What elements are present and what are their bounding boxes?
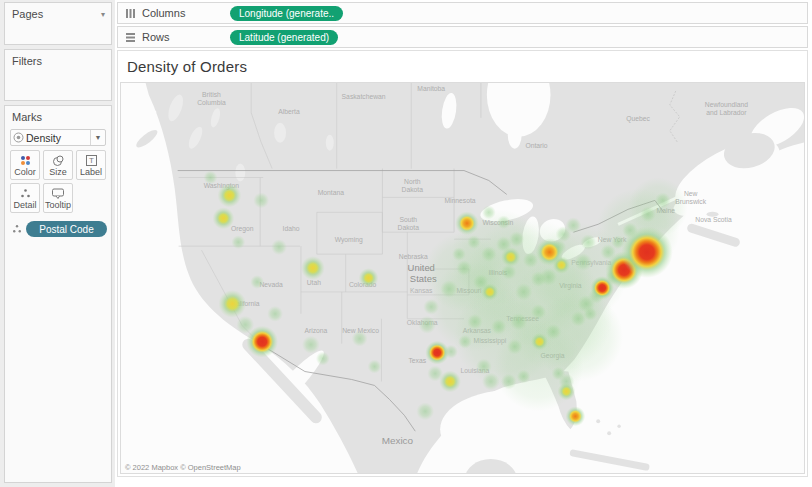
density-mark-icon	[11, 132, 25, 143]
label-button[interactable]: T Label	[76, 150, 106, 180]
map-label: Oregon	[231, 225, 254, 233]
tooltip-icon	[51, 187, 65, 200]
density-point	[481, 283, 499, 301]
density-point	[536, 238, 564, 266]
density-point	[621, 226, 673, 278]
map-label: South	[400, 216, 418, 223]
map-label: Mexico	[382, 435, 414, 446]
density-point	[574, 253, 592, 271]
density-point	[418, 316, 436, 334]
density-point	[507, 339, 523, 355]
color-button-label: Color	[14, 168, 36, 177]
sheet: Density of Orders	[117, 50, 808, 477]
rows-shelf[interactable]: Rows Latitude (generated)	[117, 26, 808, 48]
left-panel: Pages ▾ Filters Marks Density ▼ Colo	[0, 0, 115, 487]
density-point	[439, 371, 461, 393]
size-button-label: Size	[49, 168, 67, 177]
marks-label: Marks	[12, 111, 42, 123]
density-point	[467, 314, 483, 330]
filters-label: Filters	[12, 55, 42, 67]
density-point	[515, 283, 533, 301]
worksheet-area: Columns Longitude (generate.. Rows Latit…	[115, 0, 812, 487]
density-point	[655, 192, 671, 208]
density-point	[455, 211, 479, 235]
map-label: Minnesota	[444, 197, 475, 204]
density-point	[456, 260, 472, 276]
density-point	[458, 335, 472, 349]
size-button[interactable]: Size	[43, 150, 73, 180]
map-label: Nova Scotia	[695, 216, 732, 223]
density-point	[481, 246, 497, 262]
longitude-pill[interactable]: Longitude (generate..	[230, 6, 343, 21]
postal-code-pill[interactable]: Postal Code	[26, 221, 107, 237]
mark-type-value: Density	[25, 132, 90, 144]
marks-card: Marks Density ▼ Color Size	[4, 105, 112, 483]
density-point	[583, 307, 597, 321]
density-point	[416, 402, 434, 420]
map-label: Saskatchewan	[342, 93, 386, 100]
pages-caret-icon[interactable]: ▾	[101, 10, 111, 19]
detail-shelf-icon	[11, 223, 23, 235]
density-point	[253, 192, 269, 208]
map-label: North	[404, 178, 421, 185]
map-label: Nebraska	[399, 253, 428, 260]
map-label: Newfoundland	[705, 101, 748, 108]
density-point	[302, 336, 320, 354]
density-point	[557, 382, 575, 400]
density-point	[212, 207, 234, 229]
color-button[interactable]: Color	[10, 150, 40, 180]
density-point	[501, 247, 521, 267]
density-point	[517, 370, 531, 384]
tooltip-button[interactable]: Tooltip	[43, 183, 73, 213]
map-label: British	[202, 91, 221, 98]
map-label: Idaho	[283, 225, 300, 232]
map-label: Dakota	[402, 186, 424, 193]
svg-text:T: T	[89, 156, 94, 165]
density-point	[467, 235, 481, 249]
density-point	[531, 304, 547, 320]
filters-shelf[interactable]: Filters	[4, 49, 112, 101]
columns-icon	[118, 8, 142, 19]
density-point	[301, 256, 325, 280]
pages-shelf[interactable]: Pages ▾	[4, 2, 112, 45]
label-icon: T	[85, 154, 98, 167]
map-view[interactable]: BritishColumbiaAlbertaSaskatchewanManito…	[120, 82, 805, 474]
map-label: Utah	[307, 279, 321, 286]
mark-type-caret-icon[interactable]: ▼	[90, 130, 105, 145]
detail-button-label: Detail	[13, 201, 36, 210]
density-point	[491, 319, 507, 335]
density-point	[425, 341, 449, 365]
color-icon	[19, 154, 32, 167]
density-point	[204, 171, 218, 185]
density-point	[497, 215, 511, 229]
tooltip-button-label: Tooltip	[45, 201, 71, 210]
density-point	[250, 275, 264, 289]
density-point	[423, 299, 439, 315]
density-point	[452, 247, 466, 261]
density-point	[482, 205, 496, 219]
latitude-pill[interactable]: Latitude (generated)	[230, 30, 338, 45]
density-point	[546, 324, 562, 340]
density-point	[482, 373, 500, 391]
columns-shelf[interactable]: Columns Longitude (generate..	[117, 2, 808, 24]
density-point	[218, 290, 246, 318]
detail-icon	[19, 187, 32, 200]
map-label: and Labrador	[706, 109, 747, 116]
mark-type-dropdown[interactable]: Density ▼	[10, 129, 106, 146]
sheet-title: Density of Orders	[118, 51, 807, 75]
density-point	[640, 206, 656, 222]
map-label: Ontario	[526, 142, 548, 149]
map-label: Columbia	[197, 99, 226, 106]
density-point	[565, 406, 585, 426]
detail-button[interactable]: Detail	[10, 183, 40, 213]
rows-icon	[118, 32, 142, 43]
map-label: Wyoming	[335, 236, 363, 244]
density-point	[316, 352, 330, 366]
map-label: Quebec	[626, 115, 650, 123]
density-point	[246, 326, 278, 358]
map-label: Manitoba	[417, 85, 445, 92]
map-label: Texas	[408, 357, 426, 364]
map-svg: BritishColumbiaAlbertaSaskatchewanManito…	[121, 83, 804, 473]
rows-label: Rows	[142, 31, 204, 43]
density-point	[359, 268, 379, 288]
